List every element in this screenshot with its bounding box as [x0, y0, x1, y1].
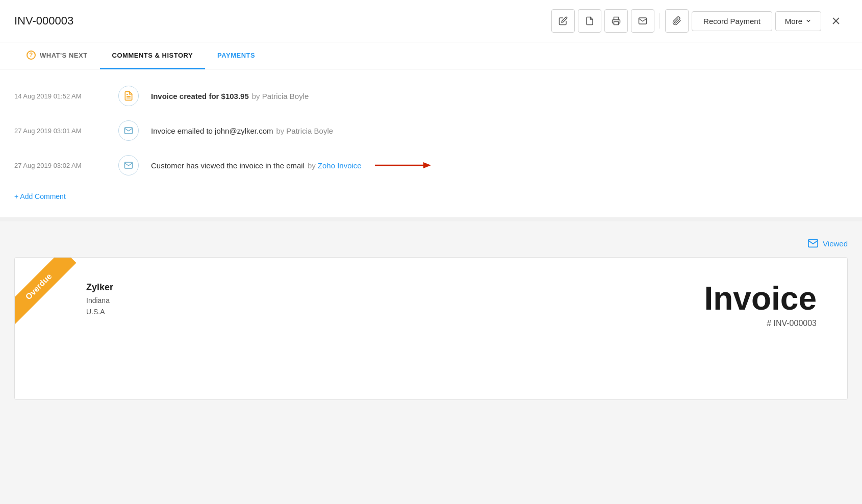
history-item: 27 Aug 2019 03:01 AM Invoice emailed to … [14, 120, 848, 141]
arrow-indicator [370, 159, 431, 171]
edit-button[interactable] [551, 9, 575, 33]
history-content: 14 Aug 2019 01:52 AM Invoice created for… [0, 69, 862, 221]
svg-rect-0 [614, 22, 619, 25]
mail-icon-2 [124, 161, 133, 170]
history-text: Invoice emailed to john@zylker.com by Pa… [151, 127, 848, 135]
tab-bar: ? WHAT'S NEXT COMMENTS & HISTORY PAYMENT… [0, 42, 862, 69]
tab-whats-next[interactable]: ? WHAT'S NEXT [14, 42, 100, 69]
pdf-icon [585, 16, 594, 26]
close-icon [830, 15, 842, 27]
invoice-event-icon [118, 86, 139, 106]
history-text: Invoice created for $103.95 by Patricia … [151, 92, 848, 100]
chevron-down-icon [805, 18, 812, 24]
email-event-icon-2 [118, 155, 139, 175]
paperclip-icon [672, 16, 681, 26]
page-header: INV-000003 Record Payment More [0, 0, 862, 42]
document-icon [123, 91, 134, 101]
red-arrow-icon [370, 159, 431, 171]
add-comment-section: + Add Comment [14, 192, 848, 201]
viewed-badge: Viewed [14, 238, 848, 249]
invoice-id: INV-000003 [14, 14, 73, 28]
header-actions: Record Payment More [551, 9, 848, 33]
print-button[interactable] [604, 9, 628, 33]
timestamp: 27 Aug 2019 03:01 AM [14, 127, 106, 135]
email-icon [638, 16, 647, 26]
invoice-title-block: Invoice # INV-000003 [704, 282, 817, 328]
mail-icon [124, 126, 133, 135]
timestamp: 14 Aug 2019 01:52 AM [14, 92, 106, 100]
history-item: 14 Aug 2019 01:52 AM Invoice created for… [14, 86, 848, 106]
viewed-label: Viewed [823, 239, 848, 248]
close-button[interactable] [824, 9, 848, 33]
record-payment-button[interactable]: Record Payment [692, 11, 772, 31]
edit-icon [559, 16, 568, 26]
history-list: 14 Aug 2019 01:52 AM Invoice created for… [14, 86, 848, 175]
invoice-card: Overdue Zylker Indiana U.S.A Invoice # I… [14, 257, 848, 400]
pdf-button[interactable] [578, 9, 601, 33]
print-icon [612, 16, 621, 26]
invoice-body: Zylker Indiana U.S.A Invoice # INV-00000… [45, 282, 817, 328]
overdue-ribbon: Overdue [15, 258, 96, 339]
email-button[interactable] [631, 9, 654, 33]
add-comment-link[interactable]: + Add Comment [14, 192, 66, 200]
svg-marker-6 [423, 162, 431, 168]
invoice-number: # INV-000003 [704, 319, 817, 328]
toolbar-separator [660, 13, 660, 29]
tab-payments[interactable]: PAYMENTS [205, 42, 267, 69]
timestamp: 27 Aug 2019 03:02 AM [14, 162, 106, 169]
invoice-big-title: Invoice [704, 282, 817, 315]
invoice-preview-section: Viewed Overdue Zylker Indiana U.S.A Invo… [0, 221, 862, 504]
overdue-label: Overdue [15, 258, 77, 324]
history-item: 27 Aug 2019 03:02 AM Customer has viewed… [14, 155, 848, 175]
history-text-3: Customer has viewed the invoice in the e… [151, 159, 848, 171]
viewed-mail-icon [807, 238, 819, 249]
question-icon: ? [27, 51, 36, 60]
tab-comments-history[interactable]: COMMENTS & HISTORY [100, 42, 206, 69]
more-button[interactable]: More [775, 11, 821, 31]
email-event-icon [118, 120, 139, 141]
attach-button[interactable] [665, 9, 689, 33]
